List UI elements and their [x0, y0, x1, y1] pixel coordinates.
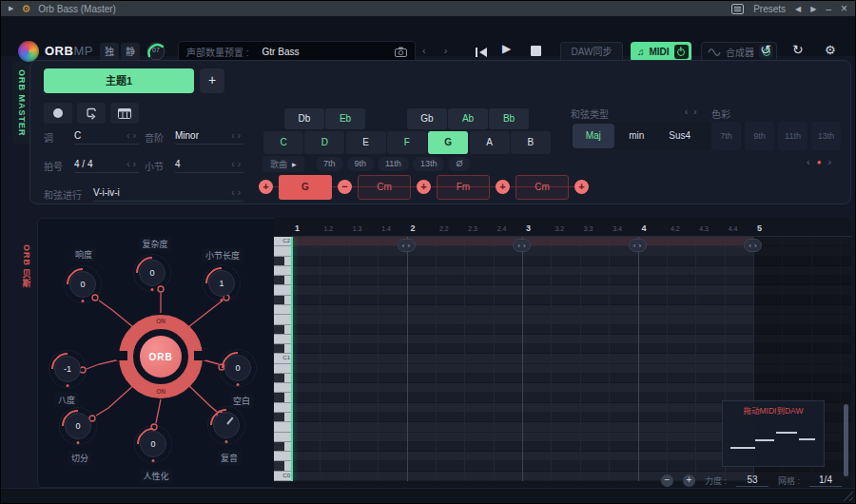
chord-type-Sus4[interactable]: Sus4	[659, 124, 701, 148]
knob-6[interactable]: 0	[65, 413, 91, 439]
stop-button[interactable]	[531, 46, 541, 56]
bar-handle[interactable]: ‹›	[629, 239, 647, 252]
ruler-tick[interactable]: 2.2	[439, 225, 449, 232]
piano-key[interactable]	[274, 344, 291, 354]
chord-type-steppers[interactable]: ‹›	[685, 107, 703, 117]
solo-button[interactable]: 独	[100, 43, 119, 62]
host-play-icon[interactable]: ▶	[9, 5, 13, 12]
grid-view-button[interactable]	[110, 103, 139, 124]
extension-chip-7th[interactable]: 7th	[316, 157, 343, 171]
minimize-button[interactable]: –	[826, 4, 831, 14]
piano-key[interactable]	[274, 413, 291, 422]
piano-key[interactable]	[274, 315, 291, 324]
ruler-tick[interactable]: 2.3	[468, 225, 477, 232]
host-settings-icon[interactable]: ⚙	[21, 4, 30, 13]
piano-key[interactable]	[274, 374, 291, 383]
color-chip-9th[interactable]: 9th	[745, 122, 774, 150]
tab-orb-master[interactable]: ORB MASTER	[12, 62, 31, 144]
add-theme-button[interactable]: +	[200, 68, 224, 93]
stepper-icons[interactable]: ‹›	[126, 159, 139, 169]
piano-key[interactable]	[274, 461, 291, 471]
ruler-tick[interactable]: 3	[526, 223, 531, 233]
resize-grip[interactable]	[841, 489, 853, 501]
preset-name-value[interactable]: Gtr Bass	[263, 47, 381, 57]
piano-key[interactable]	[274, 335, 291, 344]
daw-sync-button[interactable]: DAW同步	[560, 42, 623, 62]
color-chip-13th[interactable]: 13th	[811, 122, 841, 150]
knob-4[interactable]: -1	[54, 356, 81, 382]
piano-key[interactable]	[274, 433, 291, 442]
playhead[interactable]	[291, 237, 293, 481]
bar-handle[interactable]: ‹›	[744, 239, 762, 252]
piano-key[interactable]: C1	[274, 354, 291, 363]
piano-key[interactable]	[274, 305, 291, 315]
play-button[interactable]: ▶	[502, 42, 511, 55]
ruler-tick[interactable]: 2	[411, 223, 416, 233]
stepper-icons[interactable]: ‹›	[231, 130, 243, 141]
velocity-value[interactable]: 53	[736, 475, 768, 487]
ruler-tick[interactable]: 1.2	[323, 225, 333, 232]
note-key-G[interactable]: G	[428, 131, 468, 154]
piano-key[interactable]	[274, 403, 291, 413]
ruler-tick[interactable]: 3.3	[584, 225, 593, 232]
piano-key[interactable]	[274, 325, 291, 335]
redo-button[interactable]: ↻	[792, 43, 804, 56]
piano-key[interactable]	[274, 452, 291, 461]
note-key-Db[interactable]: Db	[284, 108, 324, 129]
zoom-out-button[interactable]: −	[661, 475, 673, 487]
ruler-tick[interactable]: 4.3	[699, 225, 709, 232]
piano-key[interactable]	[274, 257, 291, 266]
tab-song[interactable]: 歌曲▶	[263, 156, 304, 172]
knob-7[interactable]: 0	[140, 431, 166, 457]
piano-key[interactable]	[274, 276, 291, 285]
midi-power-icon[interactable]	[674, 45, 689, 59]
ruler-tick[interactable]: 3.4	[613, 225, 622, 232]
piano-key[interactable]	[274, 246, 291, 256]
piano-keyboard[interactable]: C2C1C0	[274, 237, 291, 481]
chord-chip-G[interactable]: G	[279, 175, 332, 200]
timesig-field[interactable]: 拍号 4 / 4‹›	[44, 156, 139, 173]
note-key-D[interactable]: D	[304, 131, 344, 154]
piano-key[interactable]	[274, 422, 291, 432]
ruler-tick[interactable]: 1.4	[381, 225, 391, 232]
chord-type-min[interactable]: min	[616, 124, 658, 148]
knob-5[interactable]: 0	[224, 355, 251, 381]
grid-value[interactable]: 1/4	[809, 475, 842, 487]
piano-key[interactable]: C0	[274, 472, 291, 481]
remove-chord-button[interactable]: −	[338, 180, 352, 194]
note-key-Ab[interactable]: Ab	[448, 108, 488, 129]
piano-key[interactable]	[274, 266, 291, 276]
settings-gear-icon[interactable]: ⚙	[825, 43, 836, 57]
knob-1[interactable]: 0	[69, 271, 96, 298]
extension-chip-9th[interactable]: 9th	[347, 157, 375, 171]
chord-type-Maj[interactable]: Maj	[573, 124, 614, 148]
note-key-A[interactable]: A	[470, 131, 510, 154]
knob-8[interactable]	[213, 412, 240, 438]
preset-prev-icon[interactable]: ◀	[795, 5, 801, 13]
color-chip-7th[interactable]: 7th	[711, 122, 741, 150]
piano-key[interactable]	[274, 383, 291, 393]
extension-chip-Ø[interactable]: Ø	[448, 157, 470, 171]
knob-2[interactable]: 0	[139, 260, 165, 286]
piano-key[interactable]	[274, 442, 291, 452]
piano-key[interactable]: C2	[274, 237, 291, 246]
piano-key[interactable]	[274, 364, 291, 374]
vertical-scrollbar[interactable]	[844, 404, 848, 476]
note-key-Gb[interactable]: Gb	[407, 108, 447, 129]
stepper-icons[interactable]: ‹›	[231, 159, 243, 169]
ruler-tick[interactable]: 1.3	[353, 225, 362, 232]
record-dot-button[interactable]	[44, 103, 72, 124]
zoom-in-button[interactable]: +	[683, 475, 695, 487]
add-chord-button[interactable]: +	[574, 180, 589, 194]
timeline-ruler[interactable]: 11.21.31.422.22.32.433.23.33.444.24.34.4…	[291, 222, 851, 237]
preset-next-icon[interactable]: ▶	[810, 5, 816, 13]
note-key-C[interactable]: C	[263, 131, 303, 154]
add-chord-button[interactable]: +	[417, 180, 431, 194]
preset-prev-next-icons[interactable]: ‹ ›	[422, 45, 455, 56]
undo-button[interactable]: ↺	[760, 43, 771, 56]
page-prev-icon[interactable]: ‹	[807, 156, 810, 167]
piano-key[interactable]	[274, 296, 291, 305]
orb-center-button[interactable]: ORB	[140, 336, 182, 378]
ruler-tick[interactable]: 5	[757, 223, 762, 233]
note-key-Eb[interactable]: Eb	[325, 108, 365, 129]
